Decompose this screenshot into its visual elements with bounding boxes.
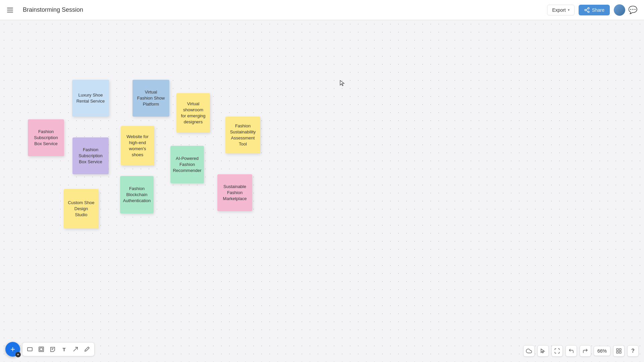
sticky-note[interactable]: Fashion Subscription Box Service (28, 119, 64, 156)
svg-rect-15 (616, 352, 618, 353)
share-label: Share (592, 7, 604, 13)
cursor (339, 80, 346, 86)
export-button[interactable]: Export ▾ (547, 5, 574, 15)
svg-rect-13 (616, 349, 618, 350)
sticky-note[interactable]: Fashion Blockchain Authentication (120, 176, 154, 214)
sticky-note[interactable]: Sustainable Fashion Marketplace (217, 174, 252, 211)
svg-point-0 (588, 7, 589, 9)
sticky-note[interactable]: Virtual showroom for emerging designers (176, 93, 210, 133)
undo-icon (568, 348, 574, 354)
avatar[interactable] (614, 4, 625, 16)
sticky-note[interactable]: Luxury Shoe Rental Service (72, 80, 109, 117)
tool-group: T (22, 342, 95, 356)
tool-pen[interactable] (82, 344, 92, 355)
bottom-toolbar: + ✦ T (5, 342, 95, 357)
help-button[interactable]: ? (627, 345, 639, 357)
sticky-note[interactable]: Fashion Subscription Box Service (72, 137, 109, 174)
sticky-note[interactable]: Fashion Sustainability Assessment Tool (225, 117, 260, 154)
add-badge: ✦ (15, 352, 21, 357)
tool-text[interactable]: T (59, 344, 69, 355)
header: Export ▾ Share ⋯ (0, 0, 644, 20)
bottom-right-controls: 66% ? (523, 345, 639, 357)
svg-line-3 (586, 10, 588, 11)
fit-icon (554, 348, 560, 354)
tool-frame[interactable] (36, 344, 47, 355)
svg-rect-16 (620, 352, 621, 353)
sticky-note[interactable]: Custom Shoe Design Studio (64, 189, 99, 229)
zoom-level: 66% (594, 346, 610, 356)
redo-icon (582, 348, 588, 354)
svg-point-2 (588, 11, 589, 13)
arrow-icon (72, 346, 78, 352)
svg-line-11 (73, 347, 77, 351)
chat-icon: 💬 (628, 6, 637, 14)
menu-button[interactable] (4, 4, 16, 16)
sticky-note[interactable]: AI-Powered Fashion Recommender (170, 146, 204, 183)
document-title-input[interactable] (20, 5, 103, 15)
svg-rect-14 (620, 349, 621, 350)
chat-button[interactable]: 💬 (627, 4, 639, 16)
svg-rect-8 (40, 348, 43, 351)
canvas-area[interactable]: Luxury Shoe Rental ServiceVirtual Fashio… (0, 20, 644, 362)
undo-button[interactable] (566, 345, 577, 357)
svg-marker-5 (340, 80, 344, 86)
svg-rect-6 (28, 348, 32, 351)
fit-screen-button[interactable] (551, 345, 563, 357)
pen-icon (84, 346, 90, 352)
rectangle-icon (27, 346, 33, 352)
svg-marker-12 (541, 349, 544, 353)
pointer-icon (540, 348, 546, 354)
hamburger-icon (7, 8, 13, 12)
add-icon: + (10, 345, 15, 354)
chevron-down-icon: ▾ (568, 8, 570, 12)
grid-button[interactable] (613, 345, 625, 357)
sticky-note[interactable]: Virtual Fashion Show Platform (132, 80, 169, 117)
help-icon: ? (631, 348, 635, 354)
pointer-button[interactable] (537, 345, 549, 357)
tool-rectangle[interactable] (24, 344, 35, 355)
tool-sticky[interactable] (47, 344, 58, 355)
cloud-icon (526, 348, 532, 354)
frame-icon (38, 346, 44, 352)
share-icon (584, 7, 590, 13)
export-label: Export (552, 7, 566, 13)
text-tool-icon: T (62, 347, 65, 352)
sticky-note[interactable]: Website for high-end women's shoes (121, 126, 154, 166)
add-button[interactable]: + ✦ (5, 342, 20, 357)
svg-point-1 (585, 9, 586, 11)
svg-rect-7 (39, 347, 44, 352)
share-button[interactable]: Share (579, 5, 610, 15)
redo-button[interactable] (580, 345, 591, 357)
grid-icon (616, 348, 622, 354)
svg-line-4 (586, 8, 588, 9)
sticky-icon (50, 346, 56, 352)
tool-arrow[interactable] (70, 344, 81, 355)
cloud-button[interactable] (523, 345, 535, 357)
